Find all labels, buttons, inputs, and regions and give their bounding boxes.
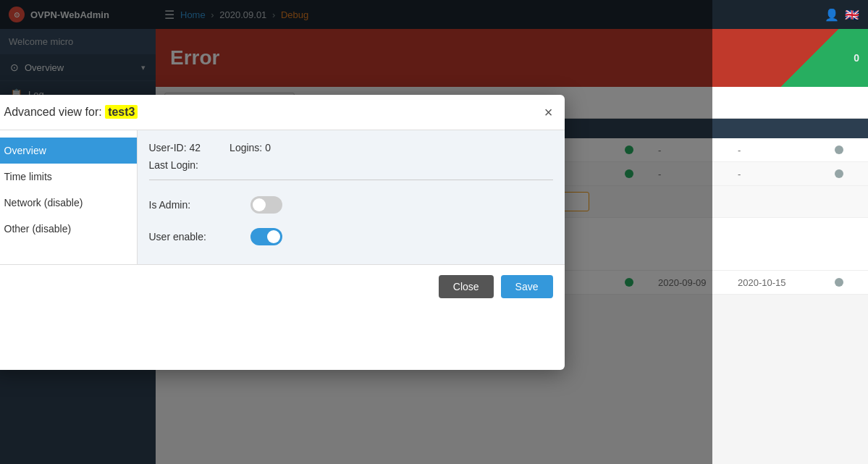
row-dot — [817, 169, 861, 178]
modal-overlay: Advanced view for: test3 × Overview Time… — [0, 0, 712, 464]
modal-is-admin-row: Is Admin: — [149, 189, 553, 221]
logins-value: 0 — [265, 142, 271, 153]
modal-nav-time-limits[interactable]: Time limits — [0, 164, 137, 190]
modal-nav-network[interactable]: Network (disable) — [0, 190, 137, 216]
status-dot — [835, 278, 843, 287]
modal-nav: Overview Time limits Network (disable) O… — [0, 130, 138, 264]
modal-divider — [149, 180, 553, 180]
logins-info: Logins: 0 — [229, 142, 271, 153]
user-id-value: 42 — [190, 142, 201, 153]
modal-close-button[interactable]: × — [544, 105, 553, 119]
modal-nav-other[interactable]: Other (disable) — [0, 216, 137, 242]
user-id-label: User-ID: 42 — [149, 142, 201, 153]
modal-nav-label: Overview — [4, 145, 46, 156]
error-count: 0 — [854, 52, 859, 64]
flag-icon[interactable]: 🇬🇧 — [845, 8, 859, 22]
modal-last-login-row: Last Login: — [149, 159, 553, 171]
modal-content: User-ID: 42 Logins: 0 Last Login: Is Adm… — [138, 130, 565, 264]
row-dot — [817, 278, 861, 287]
row-dot — [817, 145, 861, 154]
status-dot — [835, 169, 843, 178]
user-enable-modal-toggle[interactable] — [250, 228, 282, 245]
row-date2: - — [738, 145, 817, 156]
is-admin-modal-label: Is Admin: — [149, 199, 250, 211]
modal-save-btn[interactable]: Save — [501, 275, 553, 298]
row-date2: - — [738, 169, 817, 180]
user-enable-modal-label: User enable: — [149, 231, 250, 242]
status-dot — [835, 145, 843, 154]
modal-title-user: test3 — [105, 105, 138, 119]
is-admin-modal-toggle[interactable] — [250, 196, 282, 214]
modal-title: Advanced view for: test3 — [4, 106, 138, 119]
modal-nav-overview[interactable]: Overview — [0, 138, 137, 164]
is-admin-modal-slider — [250, 196, 282, 214]
row-date2: 2020-10-15 — [738, 277, 817, 288]
modal-body: Overview Time limits Network (disable) O… — [0, 130, 565, 264]
modal-close-btn[interactable]: Close — [439, 275, 494, 298]
topbar-right: 👤 🇬🇧 — [825, 8, 859, 22]
user-topbar-icon[interactable]: 👤 — [825, 8, 839, 22]
last-login-label: Last Login: — [149, 159, 199, 171]
modal-info-row: User-ID: 42 Logins: 0 — [149, 142, 553, 153]
modal-header: Advanced view for: test3 × — [0, 95, 565, 130]
modal-footer: Close Save — [0, 264, 565, 308]
modal: Advanced view for: test3 × Overview Time… — [0, 95, 565, 370]
modal-title-prefix: Advanced view for: — [4, 106, 106, 118]
modal-nav-label: Network (disable) — [4, 197, 83, 208]
modal-user-enable-row: User enable: — [149, 221, 553, 253]
modal-nav-label: Time limits — [4, 171, 52, 182]
modal-nav-label: Other (disable) — [4, 223, 72, 235]
user-enable-modal-slider — [250, 228, 282, 245]
